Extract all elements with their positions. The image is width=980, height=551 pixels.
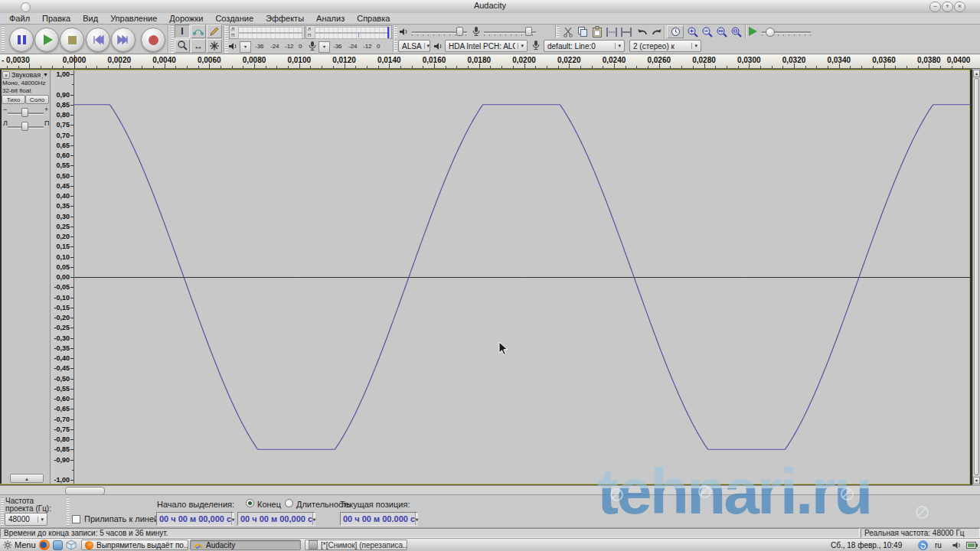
timeline-ruler[interactable]: - 0,00300,00000,00200,00400,00600,00800,… [0,54,980,69]
menu-item[interactable]: Эффекты [260,13,310,24]
zoom-in-icon[interactable] [687,26,699,38]
record-button[interactable] [141,28,165,52]
timeline-tick [266,66,266,68]
multi-tool-button[interactable] [207,39,222,53]
cut-icon[interactable] [562,26,574,38]
close-button[interactable]: × [954,2,965,12]
playback-meter-menu-button[interactable]: ▾ [240,41,251,53]
taskbar-task-audacity[interactable]: Audacity [190,540,301,550]
firefox-icon[interactable] [39,540,50,550]
menu-item[interactable]: Дорожки [163,13,209,24]
volume-tray-icon[interactable] [952,541,962,549]
project-rate-dropdown[interactable]: 48000 ▾ [5,513,47,526]
output-device-dropdown[interactable]: HDA Intel PCH: ALC887 ▾ [445,40,528,52]
draw-tool-button[interactable] [207,24,222,38]
fit-selection-icon[interactable] [716,26,728,38]
taskbar-task-gimp[interactable]: [*[Снимок] (перезаписа... [305,540,407,550]
solo-button[interactable]: Соло [25,95,49,104]
input-volume-thumb[interactable] [525,27,532,36]
timeline-tick [738,66,739,68]
title-bar[interactable]: Audacity − + × [0,0,980,14]
gain-slider-thumb[interactable] [21,108,28,117]
menu-item[interactable]: Справка [351,13,396,24]
taskbar-task-firefox[interactable]: Выпрямитель выдаёт по... [81,540,188,550]
horizontal-scroll-thumb[interactable] [65,487,105,495]
selection-toolbar-grip[interactable] [67,497,70,526]
screenshot-app-icon[interactable] [53,540,63,550]
skip-to-end-button[interactable] [111,28,136,52]
current-position-field[interactable]: 00 ч 00 м 00.000 с ▾ [340,512,418,526]
recording-meter-menu-button[interactable]: ▾ [318,41,330,53]
zoom-out-icon[interactable] [701,26,714,38]
collapse-track-button[interactable]: ▴ [10,474,44,483]
play-button[interactable] [34,28,59,52]
gear-icon[interactable] [3,540,12,549]
zoom-tool-button[interactable] [175,39,190,53]
vruler-tick [70,135,74,136]
selection-toolbar-grip[interactable] [1,497,4,526]
envelope-tool-button[interactable] [191,24,206,38]
vertical-scrollbar[interactable]: ▴ ▾ [972,70,980,485]
input-channels-dropdown[interactable]: 2 (стерео) к ▾ [629,40,701,52]
menu-item[interactable]: Создание [209,13,260,24]
timeline-tick [322,66,322,68]
track-close-button[interactable]: × [2,71,10,79]
waveform-canvas[interactable] [74,70,971,484]
update-notifier-icon[interactable] [918,540,928,550]
output-volume-thumb[interactable] [456,27,463,36]
timeshift-tool-button[interactable]: ↔ [191,39,206,53]
selection-end-field[interactable]: 00 ч 00 м 00,000 с ▾ [237,512,315,526]
menu-item[interactable]: Управление [104,13,163,24]
battery-tray-icon[interactable] [966,541,978,549]
taskbar-menu-button[interactable]: Menu [15,540,36,549]
trim-outside-icon[interactable] [606,26,618,38]
minimize-button[interactable]: − [929,2,941,12]
undo-icon[interactable] [636,26,648,38]
mute-button[interactable]: Тихо [2,95,25,104]
transport-grip[interactable] [2,26,5,52]
fit-project-icon[interactable] [730,26,743,38]
redo-icon[interactable] [651,26,663,38]
mixer-grip[interactable] [394,26,397,37]
vertical-ruler[interactable]: 1,000,900,850,800,750,700,650,600,550,50… [51,70,74,484]
pan-slider-thumb[interactable] [21,122,28,131]
audio-host-dropdown[interactable]: ALSA ▾ [398,40,430,52]
device-grip[interactable] [394,40,397,51]
copy-icon[interactable] [577,26,589,38]
track-menu-arrow[interactable]: ▼ [43,72,48,77]
project-rate-label-line2: проекта (Гц): [5,504,51,513]
skip-to-start-button[interactable] [86,28,110,52]
scroll-up-arrow[interactable]: ▴ [973,70,980,77]
stop-button[interactable] [60,28,84,52]
input-device-dropdown[interactable]: default: Line:0 ▾ [544,40,625,52]
taskbar-clock[interactable]: Сб., 18 февр., 10:49 [831,541,902,549]
paste-icon[interactable] [591,26,603,38]
sync-lock-button[interactable] [667,25,684,38]
snap-checkbox[interactable] [72,515,80,523]
edit-grip[interactable] [557,26,560,37]
selection-tool-button[interactable]: I [175,24,190,38]
play-at-speed-button[interactable] [749,27,757,36]
menu-item[interactable]: Файл [3,13,36,24]
keyboard-layout-indicator[interactable]: ru [935,541,942,549]
multi-tool-icon [208,40,220,52]
playback-meter[interactable]: Л П [229,25,305,39]
vruler-label: -0,65 [54,405,70,412]
duration-radio[interactable] [285,499,293,507]
menu-item[interactable]: Правка [36,13,77,24]
recording-meter[interactable]: Л П [305,25,392,39]
vertical-scroll-thumb[interactable] [974,78,979,475]
menu-item[interactable]: Анализ [310,13,351,24]
tools-grip[interactable] [171,25,174,53]
play-speed-thumb[interactable] [766,28,775,37]
maximize-button[interactable]: + [942,2,953,12]
pause-button[interactable] [9,28,34,52]
virtualbox-icon[interactable] [66,540,77,550]
vruler-label: 0,65 [56,142,70,149]
selection-start-field[interactable]: 00 ч 00 м 00,000 с ▾ [156,512,234,526]
end-radio[interactable] [246,499,254,507]
timeline-label: 0,0080 [234,56,274,64]
scroll-down-arrow[interactable]: ▾ [973,477,980,484]
silence-icon[interactable] [620,26,632,38]
menu-item[interactable]: Вид [77,13,104,24]
